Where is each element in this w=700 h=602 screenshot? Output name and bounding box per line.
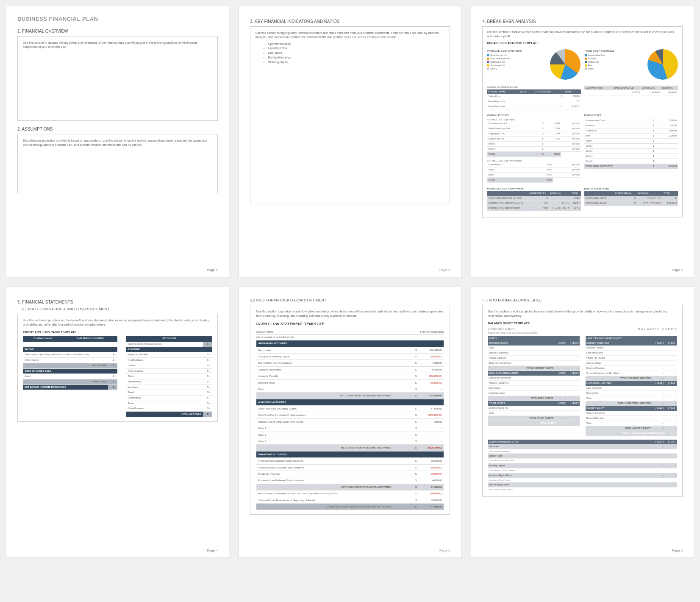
balance-sheet-body: Use this section to add a projected bala… [488,309,677,318]
balance-sheet-box: Use this section to add a projected bala… [482,305,683,497]
netincome-table: NET INCOME equals net income minus total… [126,336,212,347]
section-5-heading: 5. FINANCIAL STATEMENTS [17,300,218,304]
bs-liab-col: LIABILITIES AND OWNER'S EQUITYCURRENT LI… [586,336,677,436]
section-4-heading: 4. BREAK-EVEN ANALYSIS [482,19,683,24]
pie1-legend: Commision per UnitDirect Material per Un… [487,54,545,71]
section-5-1-heading: 5.1 PRO FORMA PROFIT AND LOSS STATEMENT [17,307,218,311]
section-3-heading: 3. KEY FINANCIAL INDICATORS AND RATIOS [250,19,450,24]
pie-chart-fixed [647,49,678,80]
vcp-title: VARIABLE COSTS (per Percentage) [487,159,581,162]
page-number: Page 4 [207,549,217,552]
page-number: Page 3 [672,268,683,272]
bs-company: [ COMPANY NAME ] [488,327,515,332]
page-number: Page 1 [207,268,217,272]
fc-table: Administrative Costs$2,500.00Insurance$4… [584,118,678,169]
cashflow-template-title: CASH FLOW STATEMENT TEMPLATE [256,321,444,327]
income-table: INCOME Sales revenue (including deductio… [23,347,117,369]
ratio-table: COMMON FINANCIAL RATIOS[ YEAR ][ YEAR ]D… [488,440,677,492]
std-note: Complete non-shaded fields only. [487,86,581,89]
pie2-legend: Administrative CostsInsuranceProperty Ta… [585,54,643,71]
section-3-body: Use this section to highlight key financ… [256,31,445,39]
page-2: 3. KEY FINANCIAL INDICATORS AND RATIOS U… [239,6,462,277]
bep-table: EXPRESSED ASFORMULATOTALBREAK-EVEN UNITS… [584,191,678,206]
section-4-box: Use this section to include a table and/… [482,26,683,217]
vc-table: Commision per Unit$16.00per unitDirect M… [487,121,581,157]
bs-sub: complete non-shaded fields only; formula… [488,332,677,334]
section-5-2-heading: 5.2 PRO FORMA CASH FLOW STATEMENT [250,298,450,302]
doc-title: BUSINESS FINANCIAL PLAN [17,16,218,22]
section-2-heading: 2. ASSUMPTIONS [17,127,218,131]
page-grid: BUSINESS FINANCIAL PLAN 1. FINANCIAL OVE… [6,6,694,558]
nic-table: NET INCOME I INCOME MINUS COGS$ – [23,385,117,390]
bep-title: BREAK-EVEN POINT [584,187,678,190]
section-1-heading: 1. FINANCIAL OVERVIEW [17,29,218,33]
bs-template-title: BALANCE SHEET TEMPLATE [488,321,677,326]
bs-sheet-label: BALANCE SHEET [638,327,677,332]
vco-table: EXPRESSED ASFORMULATOTALTOTAL VARIABLE C… [487,191,581,211]
year-ended-label: FOR THE YEAR ENDED [420,331,444,334]
list-item: Operations ratios [268,42,445,46]
pl-body: Use this section to provide a pro forma … [23,318,212,327]
page-5: 5.2 PRO FORMA CASH FLOW STATEMENT Use th… [239,287,462,558]
pie2-title: FIXED COST OVERVIEW [585,49,643,53]
fc-title: FIXED COSTS [584,114,678,117]
pl-head-table: COMPANY NAMETIME PERIOD COVERED [23,336,117,347]
company-name-label: COMPANY NAME [256,331,274,334]
vco-title: VARIABLE COSTS OVERVIEW [487,187,581,190]
ratio-list: Operations ratios Liquidity ratios Debt … [256,42,445,64]
page-1: BUSINESS FINANCIAL PLAN 1. FINANCIAL OVE… [6,6,229,277]
period-table: COMPANY NAMEDATE COMPLETEDSTART DATEEND … [584,86,678,95]
bs-assets-col: ASSETSCURRENT ASSETS[ YEAR ][ YEAR ]Cash… [488,336,579,436]
pl-template-title: PROFIT AND LOSS BASIC TEMPLATE [23,330,212,334]
cashflow-body: Use this section to provide a cash flow … [256,309,444,318]
page-number: Page 2 [439,268,450,272]
vc-sub: VARIABLE COSTS (per Unit) [487,118,581,121]
pie1-title: VARIABLE COST OVERVIEW [487,49,545,53]
section-2-body: Each financial projection provided is ba… [17,134,218,193]
cashflow-box: Use this section to provide a cash flow … [250,305,450,515]
pie-row: VARIABLE COST OVERVIEW Commision per Uni… [487,47,678,81]
vc-title: VARIABLE COSTS [487,114,581,117]
expenses-table: EXPENSES Wages and benefits$ –Rent/Mortg… [126,347,212,417]
cashflow-table: OPERATING ACTIVITIESNet Income$590,400.0… [256,340,444,510]
page-3: 4. BREAK-EVEN ANALYSIS Use this section … [471,6,694,277]
section-1-body: Use this section to discuss the key poin… [17,36,218,121]
list-item: Working capital [268,60,445,64]
section-3-box: Use this section to highlight key financ… [250,26,450,204]
list-item: Profitability ratios [268,56,445,60]
page-6: 5.3 PRO FORMA BALANCE SHEET Use this sec… [471,287,694,558]
std-table: PRODUCT NAMESALESEXPRESSED ASTOTALSellin… [487,89,581,109]
section-4-body: Use this section to include a table and/… [487,30,678,39]
list-item: Debt ratios [268,51,445,55]
cogs-table: COST OF GOODS SOLD Costs$ – TOTAL COGS$ … [23,369,117,385]
section-5-3-heading: 5.3 PRO FORMA BALANCE SHEET [482,298,683,302]
page-4: 5. FINANCIAL STATEMENTS 5.1 PRO FORMA PR… [6,287,229,558]
vcp-table: Commissions0.0%per unitOther0.0%per unit… [487,162,581,183]
list-item: Liquidity ratios [268,46,445,50]
pl-box: Use this section to provide a pro forma … [17,314,218,422]
breakeven-template-title: BREAK-EVEN ANALYSIS TEMPLATE [487,41,678,45]
page-number: Page 5 [439,549,450,552]
page-number: Page 6 [672,549,683,552]
cf-note: refer to complete non-shaded fields only [256,335,444,340]
pie-chart-variable [550,49,581,80]
